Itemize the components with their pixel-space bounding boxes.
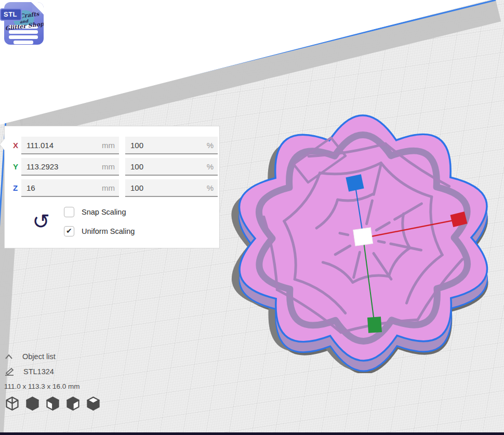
uniform-scaling-option[interactable]: Uniform Scaling <box>64 226 135 237</box>
scale-x-percent-input[interactable]: 100 % <box>125 137 218 154</box>
scale-y-mm-input[interactable]: 113.2923 mm <box>21 158 119 176</box>
scale-z-mm-value: 16 <box>26 183 35 192</box>
stl-badge: STL <box>0 8 22 21</box>
scale-y-percent-value: 100 <box>130 162 143 171</box>
scale-row-z: Z 16 mm 100 % <box>5 179 219 197</box>
snap-scaling-label[interactable]: Snap Scaling <box>82 208 126 216</box>
view-3d-icon[interactable] <box>4 396 20 412</box>
panel-pointer-notch <box>0 139 5 150</box>
scale-x-mm-value: 111.014 <box>26 141 54 150</box>
scale-y-mm-value: 113.2923 <box>26 162 58 171</box>
percent-unit-label: % <box>207 141 214 150</box>
scale-z-percent-input[interactable]: 100 % <box>125 179 218 197</box>
scale-z-percent-value: 100 <box>130 183 143 192</box>
doc-line <box>14 41 33 44</box>
scale-x-mm-input[interactable]: 111.014 mm <box>21 137 119 154</box>
snap-scaling-option[interactable]: Snap Scaling <box>64 206 126 218</box>
model-spiderweb-mold[interactable] <box>216 113 501 373</box>
camera-view-toolbar <box>4 396 101 412</box>
doc-line <box>9 35 38 39</box>
view-left-icon[interactable] <box>65 396 81 412</box>
view-front-icon[interactable] <box>24 396 41 412</box>
scale-x-percent-value: 100 <box>130 141 143 150</box>
object-list-panel: Object list STL1324 111.0 x 113.3 x 16.0… <box>4 352 101 412</box>
scale-handle-y[interactable] <box>367 317 382 333</box>
chevron-up-icon[interactable] <box>4 353 14 360</box>
mm-unit-label: mm <box>102 162 115 171</box>
uniform-scaling-label[interactable]: Uniform Scaling <box>82 227 135 235</box>
object-dimensions: 111.0 x 113.3 x 16.0 mm <box>4 383 101 390</box>
bottom-window-bar <box>0 432 504 435</box>
scale-handle-center[interactable] <box>353 228 373 246</box>
axis-y-label: Y <box>13 162 21 171</box>
scale-tool-panel: X 111.014 mm 100 % Y 113.2923 mm 100 % Z… <box>4 126 220 248</box>
object-item-name: STL1324 <box>23 367 54 376</box>
percent-unit-label: % <box>207 162 214 171</box>
mm-unit-label: mm <box>102 141 115 150</box>
reset-scale-icon[interactable]: ↺ <box>30 209 52 235</box>
mm-unit-label: mm <box>102 183 115 192</box>
object-list-title: Object list <box>22 352 56 361</box>
object-list-header[interactable]: Object list <box>4 352 101 361</box>
scale-z-mm-input[interactable]: 16 mm <box>21 179 119 197</box>
scale-y-percent-input[interactable]: 100 % <box>125 158 218 176</box>
axis-x-label: X <box>13 141 21 150</box>
scale-row-y: Y 113.2923 mm 100 % <box>5 158 219 176</box>
object-list-item[interactable]: STL1324 <box>4 367 101 376</box>
view-right-icon[interactable] <box>85 396 101 412</box>
stl-shop-logo: the Crafts and Glitter Shop STL <box>1 0 46 48</box>
snap-scaling-checkbox[interactable] <box>64 207 74 217</box>
pencil-edit-icon <box>4 367 16 376</box>
scale-row-x: X 111.014 mm 100 % <box>5 137 219 154</box>
uniform-scaling-checkbox[interactable] <box>64 226 74 236</box>
axis-z-label: Z <box>13 183 21 192</box>
percent-unit-label: % <box>207 183 214 192</box>
view-top-icon[interactable] <box>45 396 61 412</box>
